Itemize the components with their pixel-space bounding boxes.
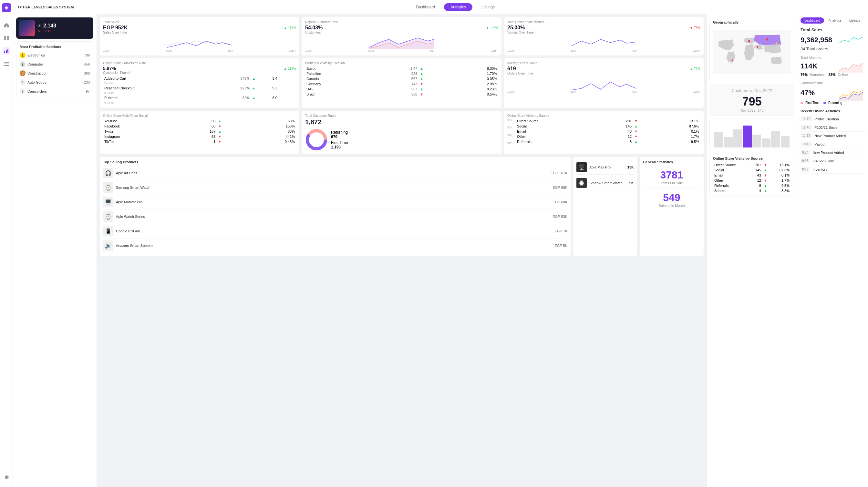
center-panel: Total Sales EGP 952K ▲ 119% Sales Over T… xyxy=(97,14,707,487)
sidebar-icon-chart[interactable] xyxy=(3,47,10,55)
profit-item: 5 Camcorders 97 xyxy=(20,87,90,96)
down-arrow-icon: ▼ xyxy=(690,26,693,30)
featured-val: 13K xyxy=(627,165,634,169)
right-panel: Dashboard Analytics Listings Total Sales… xyxy=(797,14,868,487)
tab-listings[interactable]: Listings xyxy=(475,3,501,11)
nav-tabs: Dashboard Analytics Listings xyxy=(409,3,501,11)
rank-badge-3: 3 xyxy=(20,70,26,76)
up-arrow-icon: ▲ xyxy=(284,26,287,30)
right-rate-chart xyxy=(839,85,865,101)
activity-list: 14:12 Profile Creation 12:43 P102/21 Bos… xyxy=(801,115,865,174)
activity-desc: Inventory xyxy=(812,167,827,171)
sidebar-icon-grid[interactable] xyxy=(3,34,10,42)
sidebar-icon-home[interactable] xyxy=(3,21,10,29)
svg-rect-3 xyxy=(7,36,9,38)
svg-rect-8 xyxy=(7,49,8,53)
activity-time: 8:12 xyxy=(801,167,810,172)
location-row: Germany 143 ▼ 2.98% xyxy=(305,81,498,87)
conversion-card: Online Store Conversion Rate 5.87% ▲ 119… xyxy=(99,58,300,108)
app-title: OTHER LEVELS SALES SYSTEM xyxy=(18,5,73,9)
activity-item: 14:12 Profile Creation xyxy=(801,115,865,123)
product-price: EGP 68K xyxy=(553,200,567,204)
up-arrow-icon: ▲ xyxy=(690,67,693,71)
right-total-orders: 84 Total orders xyxy=(801,46,865,51)
product-name: Samsng Smart Watch xyxy=(116,186,550,189)
svg-point-18 xyxy=(756,46,758,48)
product-list: 🎧 Aple Air Pobs EGP 167K ⌚ Samsng Smart … xyxy=(103,166,567,253)
locations-table: Egypt 1,47 ▲ 8.30% Palastine 983 ▲ 1.70% xyxy=(305,66,498,97)
rank-badge-5: 5 xyxy=(20,89,26,94)
product-name: Coogle Pixl 4VL xyxy=(116,229,552,233)
visitor-change-arrow: ↘ xyxy=(37,29,41,33)
profit-name-4: Auto Goods xyxy=(27,80,82,84)
product-img: 🎧 xyxy=(103,168,113,178)
location-row: UAE 567 ▲ 0.23% xyxy=(305,87,498,92)
general-stats-title: General Statistics xyxy=(643,160,701,164)
right-visitors-value: 114K xyxy=(801,62,817,70)
profit-count-4: 233 xyxy=(84,80,90,84)
social-row: TikTok 1 ▼ 0.45% xyxy=(103,139,296,144)
tab-dashboard[interactable]: Dashboard xyxy=(409,3,441,11)
location-row: Brazil 368 ▼ 0.54% xyxy=(305,92,498,97)
profit-item: 2 Computer 456 xyxy=(20,60,90,69)
visitors-over-time-label: Visitors Over Time xyxy=(507,31,701,34)
avg-order-change: ▲ 77% xyxy=(690,67,701,71)
source-row: Direct Source 201 ▼ 13.1% xyxy=(713,162,791,167)
product-item: 🖥️ Aple Monitor Pro EGP 68K xyxy=(103,195,567,209)
product-price: EGP 5K xyxy=(554,244,567,248)
sidebar-icon-settings[interactable] xyxy=(3,474,10,481)
product-item: ⌚ Samsng Smart Watch EGP 98K xyxy=(103,181,567,195)
sales-this-month: 549 Sales this Month xyxy=(643,189,701,211)
online-pct: 25% xyxy=(829,73,836,76)
map-panel: Geographically xyxy=(707,14,797,487)
donut-chart xyxy=(305,128,328,151)
social-row: Twitter 167 ▲ 83% xyxy=(103,129,296,134)
customers-dec-sub: Nov 2022: 143 xyxy=(713,108,790,112)
avg-order-card: Average Order Value 619 ▲ 77% Orders Ove… xyxy=(504,58,704,108)
bar xyxy=(781,136,789,148)
svg-rect-9 xyxy=(4,62,9,63)
right-tab-listings[interactable]: Listings xyxy=(846,18,864,24)
profit-name-1: Electronics xyxy=(27,53,82,57)
source-row: Other 12 ▼ 1.7% xyxy=(713,178,791,183)
activity-time: 11:12 xyxy=(801,133,812,138)
repeat-label: Repeat Customer Rate xyxy=(305,20,498,24)
social-visits-card: Online Store Visits From Social Youtube … xyxy=(99,110,300,155)
right-tab-dashboard[interactable]: Dashboard xyxy=(801,18,824,24)
visitors-label: Total Online Store Visitors xyxy=(507,20,701,24)
customers-label: Customers xyxy=(305,31,498,34)
source-row: Email 43 ▼ 0.1% xyxy=(713,173,791,178)
social-row: Facebook 68 ▼ 158% xyxy=(103,124,296,129)
funnel-row: Reached Checkout xyxy=(103,86,212,91)
featured-val: 9K xyxy=(629,181,634,185)
store-visits-source-card: Online Store Visits by Source 93K 57K 36… xyxy=(504,110,704,155)
total-sales-label: Total Sales xyxy=(103,20,296,24)
activity-item: 11:12 New Product Added xyxy=(801,132,865,140)
product-name: Anazom Smart Speaker xyxy=(116,244,552,248)
svg-point-19 xyxy=(732,59,733,61)
svg-rect-7 xyxy=(6,50,7,53)
activity-time: 9:54 xyxy=(801,150,810,155)
source-mini-table: Direct Source 201 ▼ 13.1% Social 145 ▲ xyxy=(516,119,701,144)
returning-label: Returning xyxy=(331,130,348,135)
up-arrow-icon: ▲ xyxy=(486,26,489,30)
svg-point-1 xyxy=(5,7,7,9)
customer-rates-card: Total Customer Rates 1,872 Returning 679 xyxy=(302,110,502,155)
profit-name-5: Camcorders xyxy=(27,89,84,93)
online-source-table: Direct Source 201 ▼ 13.1% Social 145 ▲ 8… xyxy=(713,162,791,193)
branches-label: Branches xyxy=(810,73,825,76)
right-visitors-label: Total Visitors xyxy=(801,56,865,60)
sales-chart xyxy=(103,36,296,49)
returning-dot xyxy=(824,102,826,104)
bar-chart-card xyxy=(709,118,795,151)
sidebar-icon-menu[interactable] xyxy=(3,60,10,68)
conversion-label: Online Store Conversion Rate xyxy=(103,61,296,65)
bar xyxy=(771,131,780,148)
location-row: Egypt 1,47 ▲ 8.30% xyxy=(305,66,498,71)
sales-month-label: Sales this Month xyxy=(643,204,701,207)
tab-analytics[interactable]: Analytics xyxy=(444,3,472,11)
profit-item: 3 Construction 368 xyxy=(20,69,90,78)
right-tab-analytics[interactable]: Analytics xyxy=(826,18,845,24)
online-source-card: Online Store Visits by Source Direct Sou… xyxy=(709,153,795,197)
svg-point-15 xyxy=(748,40,750,42)
